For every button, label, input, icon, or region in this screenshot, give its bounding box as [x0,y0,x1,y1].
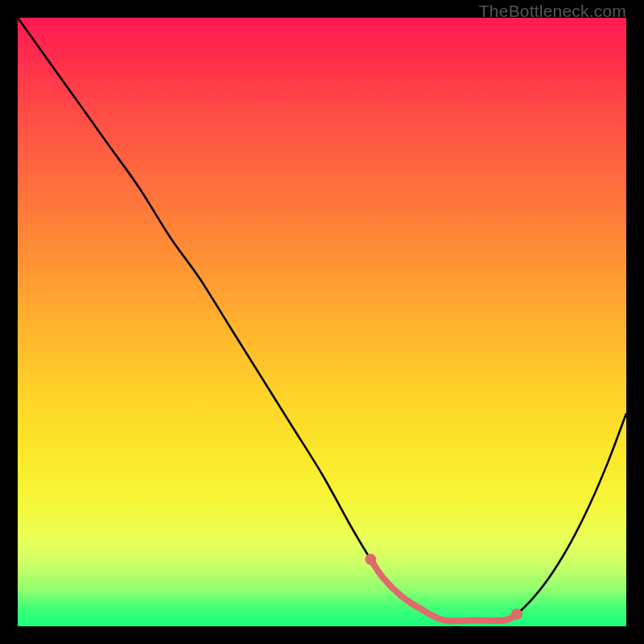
highlight-endpoint-right [511,609,522,620]
chart-canvas: TheBottleneck.com [0,0,644,644]
curve-svg [18,18,626,626]
plot-area [18,18,626,626]
highlight-curve [370,559,516,621]
highlight-endpoint-left [365,554,376,565]
bottleneck-curve [18,18,626,621]
